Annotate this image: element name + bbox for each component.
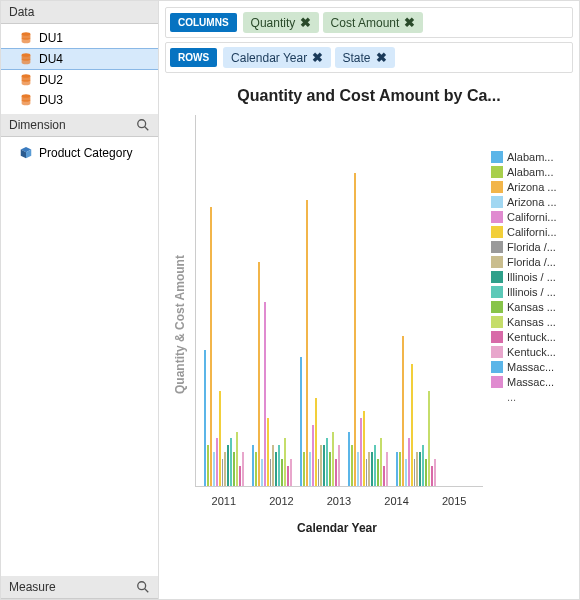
bar[interactable] [431, 466, 433, 486]
legend-item[interactable]: Arizona ... [491, 196, 569, 208]
bar[interactable] [233, 452, 235, 486]
shelf-pill[interactable]: Quantity✖ [243, 12, 320, 33]
bar[interactable] [383, 466, 385, 486]
bar[interactable] [284, 438, 286, 486]
legend-item[interactable]: Kansas ... [491, 316, 569, 328]
legend-item[interactable]: Alabam... [491, 166, 569, 178]
data-source-item[interactable]: DU2 [1, 70, 158, 90]
bar[interactable] [312, 425, 314, 486]
legend-item[interactable]: Arizona ... [491, 181, 569, 193]
bar[interactable] [230, 438, 232, 486]
bar[interactable] [290, 459, 292, 486]
legend-item[interactable]: Californi... [491, 211, 569, 223]
bar[interactable] [204, 350, 206, 486]
bar[interactable] [270, 459, 272, 486]
bar[interactable] [323, 445, 325, 486]
bar[interactable] [363, 411, 365, 486]
legend-item[interactable]: Kansas ... [491, 301, 569, 313]
data-source-item[interactable]: DU1 [1, 28, 158, 48]
bar[interactable] [371, 452, 373, 486]
bar[interactable] [357, 452, 359, 486]
columns-shelf[interactable]: COLUMNS Quantity✖ Cost Amount✖ [165, 7, 573, 38]
bar[interactable] [332, 432, 334, 486]
bar[interactable] [422, 445, 424, 486]
bar[interactable] [386, 452, 388, 486]
shelf-pill[interactable]: State✖ [335, 47, 395, 68]
bar[interactable] [239, 466, 241, 486]
bar[interactable] [252, 445, 254, 486]
bar[interactable] [278, 445, 280, 486]
search-icon[interactable] [136, 580, 150, 594]
bar[interactable] [414, 459, 416, 486]
remove-icon[interactable]: ✖ [312, 50, 323, 65]
bar[interactable] [368, 452, 370, 486]
bar[interactable] [348, 432, 350, 486]
bar[interactable] [411, 364, 413, 486]
data-source-item[interactable]: DU4 [1, 48, 158, 70]
bar[interactable] [374, 445, 376, 486]
bar[interactable] [405, 459, 407, 486]
bar[interactable] [222, 459, 224, 486]
bar[interactable] [428, 391, 430, 486]
bar[interactable] [396, 452, 398, 486]
bar[interactable] [258, 262, 260, 486]
bar[interactable] [326, 438, 328, 486]
legend-item[interactable]: Massac... [491, 376, 569, 388]
bar[interactable] [408, 438, 410, 486]
legend-item[interactable]: Kentuck... [491, 331, 569, 343]
rows-shelf[interactable]: ROWS Calendar Year✖ State✖ [165, 42, 573, 73]
bar[interactable] [419, 452, 421, 486]
dimension-item[interactable]: Product Category [1, 143, 158, 163]
legend-item[interactable]: Massac... [491, 361, 569, 373]
bar[interactable] [272, 445, 274, 486]
shelf-pill[interactable]: Cost Amount✖ [323, 12, 424, 33]
shelf-pill[interactable]: Calendar Year✖ [223, 47, 331, 68]
bar[interactable] [287, 466, 289, 486]
legend-item[interactable]: Florida /... [491, 241, 569, 253]
bar[interactable] [300, 357, 302, 486]
bar[interactable] [360, 418, 362, 486]
bar[interactable] [315, 398, 317, 486]
bar[interactable] [320, 445, 322, 486]
search-icon[interactable] [136, 118, 150, 132]
bar[interactable] [281, 459, 283, 486]
bar[interactable] [210, 207, 212, 486]
remove-icon[interactable]: ✖ [300, 15, 311, 30]
bar[interactable] [306, 200, 308, 486]
remove-icon[interactable]: ✖ [404, 15, 415, 30]
bar[interactable] [434, 459, 436, 486]
bar[interactable] [224, 452, 226, 486]
legend-item[interactable]: Illinois / ... [491, 271, 569, 283]
bar[interactable] [329, 452, 331, 486]
legend-item[interactable]: Florida /... [491, 256, 569, 268]
legend-item[interactable]: Alabam... [491, 151, 569, 163]
legend-item[interactable]: Illinois / ... [491, 286, 569, 298]
legend-item[interactable]: Californi... [491, 226, 569, 238]
bar[interactable] [402, 336, 404, 486]
bar[interactable] [335, 459, 337, 486]
bar[interactable] [267, 418, 269, 486]
legend-item[interactable]: Kentuck... [491, 346, 569, 358]
bar[interactable] [219, 391, 221, 486]
bar[interactable] [261, 459, 263, 486]
bar[interactable] [377, 459, 379, 486]
bar[interactable] [213, 452, 215, 486]
bar[interactable] [309, 452, 311, 486]
bar[interactable] [425, 459, 427, 486]
bar[interactable] [399, 452, 401, 486]
bar[interactable] [227, 445, 229, 486]
data-source-item[interactable]: DU3 [1, 90, 158, 110]
bar[interactable] [354, 173, 356, 486]
bar[interactable] [351, 445, 353, 486]
bar[interactable] [338, 445, 340, 486]
bar[interactable] [264, 302, 266, 486]
chart-plot[interactable] [195, 115, 483, 487]
bar[interactable] [242, 452, 244, 486]
bar[interactable] [216, 438, 218, 486]
remove-icon[interactable]: ✖ [376, 50, 387, 65]
bar[interactable] [366, 459, 368, 486]
bar[interactable] [416, 452, 418, 486]
bar[interactable] [207, 445, 209, 486]
bar[interactable] [303, 452, 305, 486]
bar[interactable] [236, 432, 238, 486]
